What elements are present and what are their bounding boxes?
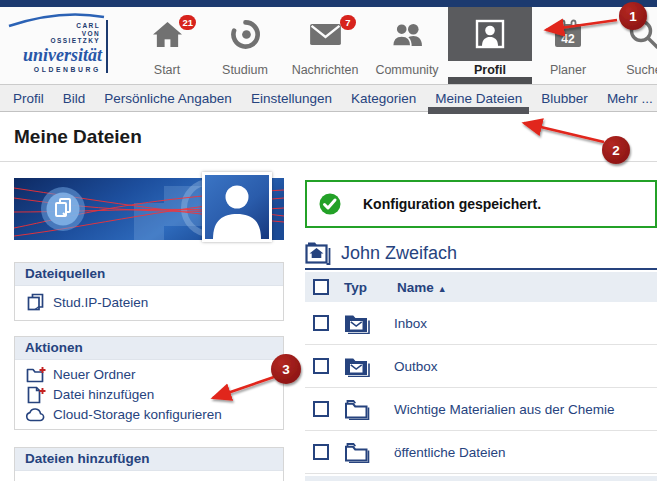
folder-icon	[344, 399, 370, 420]
file-name-link[interactable]: Inbox	[394, 316, 657, 331]
file-name-link[interactable]: Wichtige Materialien aus der Chemie	[394, 402, 657, 417]
folder-owner-header: John Zweifach	[305, 241, 657, 270]
sidebox-aktionen: Aktionen Neuer Ordner Datei hinzufügen C…	[14, 336, 284, 430]
success-check-icon	[319, 193, 341, 215]
table-row: Inbox	[305, 302, 657, 345]
topnav-item-profil[interactable]: Profil	[448, 7, 532, 84]
subnav-item-blubber[interactable]: Blubber	[541, 85, 588, 111]
community-icon	[391, 21, 424, 48]
topnav-label-suche: Suche	[626, 63, 657, 77]
subnav-item-einstellungen[interactable]: Einstellungen	[251, 85, 332, 111]
person-icon	[205, 175, 269, 239]
logo-swoosh	[8, 12, 106, 28]
logo-pre-line3: OSSIETZKY	[10, 37, 100, 45]
topnav-label-studium: Studium	[222, 63, 268, 77]
planer-icon: 42	[553, 19, 583, 49]
notification-badge: 7	[340, 15, 356, 30]
table-footer	[305, 476, 657, 481]
logo-city: OLDENBURG	[10, 66, 105, 73]
profile-icon	[475, 19, 505, 49]
table-body: Inbox Outbox Wichtige Materialien aus de…	[305, 302, 657, 474]
home-folder-icon	[305, 241, 332, 265]
logo-pre-line2: VON	[10, 30, 100, 38]
mail-folder-icon	[344, 356, 370, 377]
notification-badge: 21	[179, 15, 196, 30]
topnav-label-nachrichten: Nachrichten	[292, 63, 359, 77]
studium-icon	[230, 19, 261, 50]
topnav-label-community: Community	[375, 63, 438, 77]
table-header-row: Typ Name▲	[305, 272, 657, 302]
svg-text:42: 42	[561, 32, 575, 46]
subnav-item-bild[interactable]: Bild	[63, 85, 86, 111]
topnav-label-profil: Profil	[474, 63, 506, 77]
files-icon	[27, 293, 44, 311]
file-name-link[interactable]: Outbox	[394, 359, 657, 374]
sidebox-title: Dateiquellen	[15, 263, 283, 286]
topnav-item-nachrichten[interactable]: 7 Nachrichten	[284, 7, 366, 84]
files-badge-icon	[41, 187, 85, 231]
sidebar: Dateiquellen Stud.IP-Dateien Aktionen Ne…	[14, 178, 284, 481]
row-checkbox[interactable]	[313, 401, 329, 417]
sidebox-dateien-hinzufügen: Dateien hinzufügen	[14, 447, 284, 481]
action-stud-ip-dateien[interactable]: Stud.IP-Dateien	[25, 290, 273, 314]
table-row: öffentliche Dateien	[305, 431, 657, 474]
logo-university-name: universität	[10, 45, 105, 65]
file-table: Typ Name▲ Inbox Outbox Wichtige Material…	[305, 272, 657, 481]
success-alert: Konfiguration gespeichert.	[305, 180, 657, 228]
select-all-checkbox[interactable]	[313, 279, 329, 295]
topnav-label-start: Start	[154, 63, 180, 77]
topnav-label-planer: Planer	[550, 63, 586, 77]
main-content: Konfiguration gespeichert. John Zweifach…	[305, 172, 657, 481]
column-header-typ[interactable]: Typ	[341, 280, 394, 295]
cloud-icon	[25, 407, 46, 422]
studip-window: CARL VON OSSIETZKY universität OLDENBURG…	[0, 0, 657, 481]
title-divider	[0, 161, 657, 162]
subnav-item-meine-dateien[interactable]: Meine Dateien	[435, 85, 522, 111]
topnav-item-community[interactable]: Community	[366, 7, 448, 84]
topnav-item-planer[interactable]: 42 Planer	[532, 7, 604, 84]
sidebar-banner	[14, 178, 284, 240]
avatar[interactable]	[202, 172, 272, 242]
action-cloud-storage-konfigurieren[interactable]: Cloud-Storage konfigurieren	[25, 405, 273, 423]
action-neuer-ordner[interactable]: Neuer Ordner	[25, 364, 273, 384]
subnav-item-persönliche-angaben[interactable]: Persönliche Angaben	[104, 85, 232, 111]
file-name-link[interactable]: öffentliche Dateien	[394, 445, 657, 460]
topnav-item-suche[interactable]: Suche	[604, 7, 657, 84]
topnav-item-start[interactable]: 21 Start	[128, 7, 206, 84]
action-datei-hinzufügen[interactable]: Datei hinzufügen	[25, 384, 273, 405]
new-folder-icon	[26, 366, 46, 383]
topnav-item-studium[interactable]: Studium	[206, 7, 284, 84]
column-header-name[interactable]: Name▲	[394, 280, 657, 295]
top-accent-bar	[0, 0, 657, 7]
mail-folder-icon	[344, 313, 370, 334]
add-file-icon	[26, 386, 46, 404]
page-title: Meine Dateien	[14, 126, 657, 148]
search-icon	[628, 18, 657, 50]
table-row: Wichtige Materialien aus der Chemie	[305, 388, 657, 431]
subnav-item-kategorien[interactable]: Kategorien	[351, 85, 416, 111]
mail-icon	[309, 22, 342, 47]
owner-name[interactable]: John Zweifach	[341, 243, 457, 264]
main-header: CARL VON OSSIETZKY universität OLDENBURG…	[0, 7, 657, 84]
sidebox-title: Aktionen	[15, 337, 283, 360]
topnav: 21 Start Studium 7 Nachrichten Community…	[128, 7, 657, 84]
logo-divider	[106, 20, 108, 73]
sidebox-dateiquellen: Dateiquellen Stud.IP-Dateien	[14, 262, 284, 321]
row-checkbox[interactable]	[313, 358, 329, 374]
row-checkbox[interactable]	[313, 444, 329, 460]
row-checkbox[interactable]	[313, 315, 329, 331]
alert-message: Konfiguration gespeichert.	[363, 196, 541, 212]
sort-asc-icon: ▲	[438, 284, 447, 294]
subnav-item-mehr-[interactable]: Mehr ...	[607, 85, 653, 111]
table-row: Outbox	[305, 345, 657, 388]
subnav-item-profil[interactable]: Profil	[13, 85, 44, 111]
sidebox-title: Dateien hinzufügen	[15, 448, 283, 471]
folder-icon	[344, 442, 370, 463]
profile-subnav: ProfilBildPersönliche AngabenEinstellung…	[0, 84, 657, 112]
university-logo[interactable]: CARL VON OSSIETZKY universität OLDENBURG	[10, 11, 105, 81]
